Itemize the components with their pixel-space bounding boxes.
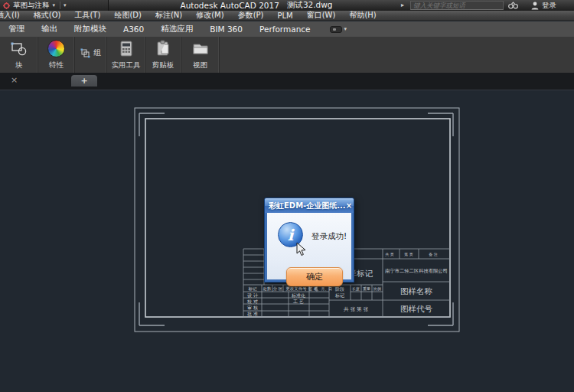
tb-row-standard: 标准化 <box>291 292 305 299</box>
ribbon-tab-bim360[interactable]: BIM 360 <box>201 24 251 34</box>
tb-row-design: 设 计 <box>247 292 258 298</box>
panel-view[interactable]: 视图 <box>181 37 220 73</box>
ok-button[interactable]: 确定 <box>286 267 343 286</box>
menu-modify[interactable]: 修改(M) <box>189 11 230 21</box>
binoculars-search-icon[interactable] <box>508 1 518 10</box>
panel-label-properties: 特性 <box>38 60 74 70</box>
file-tab-bar: × + <box>0 73 574 90</box>
help-search-box[interactable] <box>410 1 504 10</box>
menu-plm[interactable]: PLM <box>270 11 299 20</box>
ribbon-tab-performance[interactable]: Performance <box>251 24 319 34</box>
tb-name-cell: 图样名称 <box>400 286 433 296</box>
chevron-down-icon[interactable]: ▾ <box>64 3 67 8</box>
model-space-canvas[interactable]: 标记 处数 分 区 更改文件号 签 名 年、月、日 设 计 校 对 审 核 批 … <box>0 90 574 392</box>
window-title: Autodesk AutoCAD 2017 测试32.dwg <box>115 0 398 11</box>
tb-row-audit: 审 核 <box>247 305 258 310</box>
tb-stage-line1: 阶段 <box>335 286 344 292</box>
tb-qty-length: 长度 <box>352 286 360 292</box>
ribbon-tab-bar: 管理 输出 附加模块 A360 精选应用 BIM 360 Performance… <box>0 21 574 37</box>
ribbon-tab-a360[interactable]: A360 <box>115 24 152 34</box>
menu-bar: 插入(I) 格式(O) 工具(T) 绘图(D) 标注(N) 修改(M) 参数(P… <box>0 11 574 21</box>
panel-group[interactable]: 组 <box>75 37 107 73</box>
tb-row-approve: 批 准 <box>247 311 258 317</box>
mouse-cursor-icon <box>295 242 308 257</box>
chevron-down-icon: ▾ <box>344 27 347 32</box>
app-title-text: Autodesk AutoCAD 2017 <box>180 1 279 10</box>
panel-label-clipboard: 剪贴板 <box>145 60 181 70</box>
ribbon-panel-row: 块 特性 组 <box>0 37 574 73</box>
clipboard-icon <box>155 40 171 58</box>
panel-utilities[interactable]: 实用工具 <box>107 37 145 73</box>
ribbon-tab-manage[interactable]: 管理 <box>0 24 33 34</box>
panel-clipboard[interactable]: 剪贴板 <box>145 37 181 73</box>
panel-label-view: 视图 <box>181 60 219 70</box>
file-name-text: 测试32.dwg <box>287 0 333 11</box>
workspace-switcher[interactable]: 草图与注释 ▾ ▾ <box>0 0 109 11</box>
tb-qty-weight: 重量 <box>363 286 370 291</box>
tb-stage-line2: 标记 <box>334 292 344 299</box>
tb-top-cell-1: 共 页 <box>385 252 394 256</box>
tb-code-cell: 图样代号 <box>400 304 433 313</box>
panel-label-block: 块 <box>0 60 38 70</box>
dialog-message: 登录成功! <box>311 231 347 242</box>
camera-icon <box>330 26 342 33</box>
gear-icon <box>3 2 10 9</box>
tb-top-cell-2: 第 页 <box>404 252 413 256</box>
tb-row-check: 校 对 <box>246 299 258 304</box>
tb-rev-zone: 分 区 <box>273 286 283 291</box>
ribbon-display-toggle[interactable]: ▾ <box>330 26 347 33</box>
menu-draw[interactable]: 绘图(D) <box>107 11 148 21</box>
block-icon <box>10 40 28 58</box>
menu-format[interactable]: 格式(O) <box>27 11 68 21</box>
tb-sheets: 共 张 第 张 <box>344 306 369 312</box>
menu-help[interactable]: 帮助(H) <box>342 11 383 21</box>
ribbon-tab-addins[interactable]: 附加模块 <box>66 24 115 34</box>
panel-label-group: 组 <box>94 47 102 58</box>
menu-tools[interactable]: 工具(T) <box>67 11 107 21</box>
tb-top-cell-3: 备 注 <box>429 252 438 256</box>
tb-rev-count: 处数 <box>263 286 272 292</box>
group-icon <box>80 48 90 58</box>
menu-dimension[interactable]: 标注(N) <box>148 11 189 21</box>
tb-rev-docno: 更改文件号 <box>285 286 307 291</box>
chevron-down-icon: ▾ <box>53 3 56 8</box>
search-input[interactable] <box>413 2 501 9</box>
sign-in-label: 登录 <box>542 1 556 11</box>
calculator-icon <box>119 40 134 58</box>
tb-row-process: 工 艺 <box>293 299 304 304</box>
divider <box>60 2 60 9</box>
color-wheel-icon <box>47 40 65 57</box>
dialog-title-bar[interactable]: 彩虹EDM-企业图纸... × <box>265 198 354 213</box>
menu-parametric[interactable]: 参数(P) <box>231 11 271 21</box>
view-base-icon <box>191 40 210 57</box>
tb-company: 南宁市二轻二区科技有限公司 <box>385 268 448 273</box>
panel-label-utilities: 实用工具 <box>107 60 145 70</box>
menu-window[interactable]: 窗口(W) <box>300 11 343 21</box>
autocad-window: 草图与注释 ▾ ▾ Autodesk AutoCAD 2017 测试32.dwg… <box>0 0 574 392</box>
title-bar: 草图与注释 ▾ ▾ Autodesk AutoCAD 2017 测试32.dwg… <box>0 0 574 11</box>
panel-block[interactable]: 块 <box>0 37 38 73</box>
sign-in-control[interactable]: 登录 <box>531 0 556 11</box>
person-icon <box>531 2 539 10</box>
ribbon-tab-featured-apps[interactable]: 精选应用 <box>152 24 201 34</box>
login-success-dialog: 彩虹EDM-企业图纸... × i 登录成功! 确定 <box>264 198 354 283</box>
dialog-close-icon[interactable]: × <box>346 201 352 210</box>
new-tab-button[interactable]: + <box>71 75 97 87</box>
dialog-title-text: 彩虹EDM-企业图纸... <box>269 201 346 211</box>
workspace-label: 草图与注释 <box>13 1 50 11</box>
search-flyout-arrow-icon[interactable]: ▸ <box>401 2 404 8</box>
tb-qty-scale: 比例 <box>373 286 381 292</box>
panel-properties[interactable]: 特性 <box>38 37 75 73</box>
ribbon-tab-output[interactable]: 输出 <box>33 24 66 34</box>
tb-rev-mark: 标记 <box>248 286 258 292</box>
menu-insert[interactable]: 插入(I) <box>0 11 27 21</box>
tab-close-icon[interactable]: × <box>11 75 18 85</box>
dialog-body: i 登录成功! 确定 <box>267 213 351 279</box>
